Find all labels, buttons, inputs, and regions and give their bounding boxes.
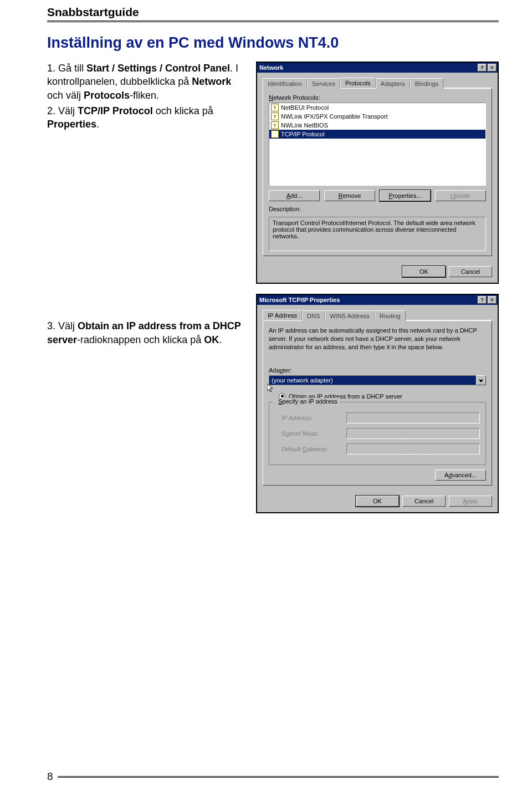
svg-marker-0 [479,380,483,382]
ip-address-field [346,412,480,423]
subnet-mask-field [346,428,480,439]
title-text: Microsoft TCP/IP Properties [259,297,340,303]
screenshots-column: Network ? × Identification Services Prot… [256,62,499,523]
tab-bindings[interactable]: Bindings [410,78,443,89]
cursor-icon [267,384,276,392]
section-heading: Inställning av en PC med Windows NT4.0 [47,34,499,52]
cancel-button[interactable]: Cancel [402,496,446,507]
step-2: 2. Välj TCP/IP Protocol och klicka på Pr… [47,104,246,131]
list-item[interactable]: TNWLink IPX/SPX Compatible Transport [269,112,485,121]
subnet-mask-label: Subnet Mask: [282,430,340,437]
radio-specify[interactable]: Specify an IP address [278,398,337,405]
cancel-button[interactable]: Cancel [449,266,492,277]
tab-panel: An IP address can be automatically assig… [263,320,492,486]
tab-services[interactable]: Services [307,78,340,89]
help-button[interactable]: ? [478,64,487,72]
properties-button[interactable]: Properties... [380,190,431,201]
intro-text: An IP address can be automatically assig… [269,326,486,351]
remove-button[interactable]: Remove [324,190,375,201]
default-gateway-field [346,443,480,455]
help-button[interactable]: ? [478,296,487,304]
list-item[interactable]: TNWLink NetBIOS [269,121,485,130]
content-row: 1. Gå till Start / Settings / Control Pa… [47,62,499,523]
apply-button: Apply [449,496,492,507]
ok-button[interactable]: OK [402,266,446,277]
tcpip-properties-dialog: Microsoft TCP/IP Properties ? × IP Addre… [256,294,499,513]
default-gateway-label: Default Gateway: [282,446,340,452]
ip-address-label: IP Address: [282,415,340,421]
instructions-column: 1. Gå till Start / Settings / Control Pa… [47,62,246,349]
footer-rule [58,776,499,778]
adapter-value: (your network adapter) [269,375,476,385]
protocol-icon: T [271,113,279,120]
titlebar: Microsoft TCP/IP Properties ? × [257,295,498,305]
protocol-icon: T [271,104,279,111]
protocols-listbox[interactable]: TNetBEUI Protocol TNWLink IPX/SPX Compat… [269,103,486,186]
tabstrip: Identification Services Protocols Adapte… [263,77,492,88]
list-label: Network Protocols: [269,94,486,101]
update-button: Update [435,190,486,201]
tab-protocols[interactable]: Protocols [340,78,376,88]
add-button[interactable]: Add... [269,190,320,201]
protocol-icon: T [271,130,279,138]
tab-adapters[interactable]: Adapters [376,78,410,89]
chevron-down-icon [479,377,483,384]
close-button[interactable]: × [488,296,497,304]
page-number: 8 [47,771,53,783]
tabstrip: IP Address DNS WINS Address Routing [263,309,492,320]
list-item-selected[interactable]: TTCP/IP Protocol [269,130,485,139]
list-item[interactable]: TNetBEUI Protocol [269,103,485,112]
description-label: Description: [269,206,486,212]
protocol-icon: T [271,121,279,129]
titlebar: Network ? × [257,63,498,73]
header-rule [47,21,499,22]
page-footer: 8 [47,771,499,783]
combo-dropdown-button[interactable] [476,375,486,385]
tab-routing[interactable]: Routing [375,310,406,321]
adapter-combo[interactable]: (your network adapter) [269,375,486,385]
tab-identification[interactable]: Identification [263,78,307,89]
close-button[interactable]: × [488,64,497,72]
step-1: 1. Gå till Start / Settings / Control Pa… [47,62,246,102]
page-header: Snabbstartguide [47,0,499,21]
advanced-button[interactable]: Advanced... [435,470,486,481]
tab-panel: Network Protocols: TNetBEUI Protocol TNW… [263,88,492,256]
specify-fieldset: Specify an IP address IP Address: Subnet… [269,402,486,465]
tab-dns[interactable]: DNS [302,310,325,321]
step-3: 3. Välj Obtain an IP address from a DHCP… [47,319,246,346]
description-box: Transport Control Protocol/Internet Prot… [269,217,486,251]
adapter-label: Adapter: [269,367,486,374]
tab-ipaddress[interactable]: IP Address [263,310,302,320]
svg-marker-1 [267,384,273,392]
tab-wins[interactable]: WINS Address [325,310,375,321]
ok-button[interactable]: OK [356,496,399,507]
title-text: Network [259,64,283,71]
network-dialog: Network ? × Identification Services Prot… [256,62,499,284]
